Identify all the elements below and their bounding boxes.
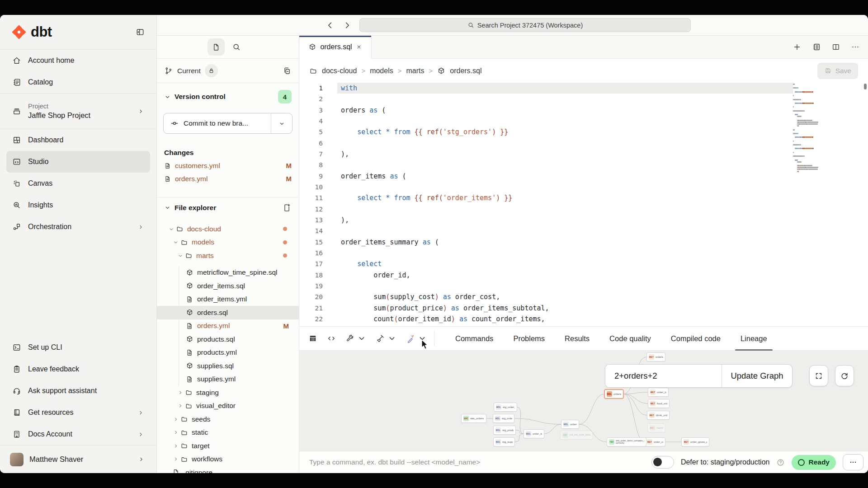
tree-item-seeds[interactable]: seeds <box>157 413 299 426</box>
changed-file-customers-yml[interactable]: customers.ymlM <box>164 159 292 172</box>
lineage-node-orders-top[interactable]: METorders <box>646 352 665 361</box>
tab-orders-sql[interactable]: orders.sql <box>299 36 372 59</box>
lineage-node-drink-orders[interactable]: METdrink_orders <box>647 411 670 420</box>
lineage-node-order-total[interactable]: METorder_total <box>648 388 669 397</box>
panel-tab-compiled-code[interactable]: Compiled code <box>664 326 728 351</box>
lineage-node-ghost-metric[interactable]: METmetric <box>647 423 665 432</box>
defer-toggle[interactable] <box>651 456 674 469</box>
lineage-node-ghost-unit-test[interactable]: TSTunit_test_order_items <box>560 431 593 440</box>
editor-scrollbar[interactable] <box>864 84 867 89</box>
lineage-node-food-orders[interactable]: METfood_orders <box>648 399 670 408</box>
sidebar-item-get-resources[interactable]: Get resources <box>6 402 150 423</box>
sidebar-item-insights[interactable]: Insights <box>6 194 150 216</box>
sidebar-item-catalog[interactable]: Catalog <box>6 71 150 93</box>
breadcrumb-segment[interactable]: models <box>370 67 393 75</box>
tree-item-supplies-yml[interactable]: supplies.yml <box>157 373 299 386</box>
panel-tab-problems[interactable]: Problems <box>506 326 552 351</box>
file-search-icon[interactable] <box>232 42 241 52</box>
command-input[interactable] <box>309 458 645 466</box>
build-wrench-icon[interactable] <box>345 334 354 343</box>
commit-dropdown-button[interactable] <box>271 113 292 133</box>
tree-item-models[interactable]: models <box>157 236 299 249</box>
copy-icon[interactable] <box>283 66 292 75</box>
refresh-button[interactable] <box>835 365 854 386</box>
new-file-icon[interactable] <box>283 203 292 212</box>
lineage-node-order-gross-profit[interactable]: METorder_gross_profit <box>681 437 709 446</box>
sidebar-item-docs-account[interactable]: Docs Account <box>6 423 150 445</box>
lineage-node-raw-orders[interactable]: SRCraw_orders <box>461 414 486 423</box>
tree-item-orders-yml[interactable]: orders.ymlM <box>157 319 299 333</box>
lineage-node-orders[interactable]: MDLorders <box>561 420 579 429</box>
code-editor[interactable]: 1234567891011121314151617181920212223 wi… <box>299 83 868 326</box>
notebook-icon[interactable] <box>812 42 821 52</box>
breadcrumb-segment[interactable]: docs-cloud <box>322 67 357 75</box>
sidebar-item-set-up-cli[interactable]: Set up CLI <box>6 337 150 358</box>
tree-item-target[interactable]: target <box>157 439 299 453</box>
sidebar-item-canvas[interactable]: Canvas <box>6 173 150 194</box>
version-control-header[interactable]: Version control 4 <box>157 83 299 110</box>
forward-icon[interactable] <box>342 20 352 30</box>
sidebar-item-leave-feedback[interactable]: Leave feedback <box>6 358 150 380</box>
sidebar-item-dashboard[interactable]: Dashboard <box>6 129 150 151</box>
save-button[interactable]: Save <box>817 63 858 79</box>
dbt-logo[interactable]: dbt <box>11 24 52 40</box>
tree-item-supplies-sql[interactable]: supplies.sql <box>157 359 299 373</box>
lineage-node-order-items[interactable]: MDLorder_items <box>524 429 544 438</box>
sidebar-item-studio[interactable]: Studio <box>6 151 150 173</box>
tree-item-docs-cloud[interactable]: docs-cloud <box>157 222 299 236</box>
lineage-node-stg-supplies[interactable]: MDLstg_supplies <box>493 437 515 446</box>
lineage-node-orders-m[interactable]: MDLorders <box>604 389 623 399</box>
ai-fix-icon[interactable] <box>406 334 415 343</box>
clean-broom-icon[interactable] <box>376 334 385 343</box>
more-actions-button[interactable] <box>843 454 863 470</box>
tree-item-orders-sql[interactable]: orders.sql <box>157 306 299 319</box>
lineage-node-stg-order-items[interactable]: MDLstg_order_items <box>494 403 517 412</box>
tree-item-metricflow-time-spine-sql[interactable]: metricflow_time_spine.sql <box>157 266 299 280</box>
search-input[interactable]: Search Project 372475 (Workspace) <box>359 18 691 32</box>
panel-tab-results[interactable]: Results <box>557 326 597 351</box>
lineage-node-test-order-items[interactable]: TSTtest_order_items_compare_to_books cor… <box>607 437 646 446</box>
compile-code-icon[interactable] <box>327 334 336 343</box>
lineage-selector-input[interactable] <box>605 365 722 387</box>
help-icon[interactable] <box>776 458 785 467</box>
sidebar-collapse-icon[interactable] <box>136 28 145 37</box>
new-tab-icon[interactable] <box>793 42 802 52</box>
sidebar-item-account-home[interactable]: Account home <box>6 50 150 71</box>
sidebar-item-orchestration[interactable]: Orchestration <box>6 216 150 238</box>
file-explorer-header[interactable]: File explorer <box>157 197 299 218</box>
panel-tab-commands[interactable]: Commands <box>448 326 500 351</box>
preview-table-icon[interactable] <box>308 334 317 343</box>
tree-item-order-items-yml[interactable]: order_items.yml <box>157 293 299 306</box>
tree-item-visual-editor[interactable]: visual_editor <box>157 399 299 413</box>
breadcrumb-segment[interactable]: orders.sql <box>450 67 481 75</box>
tree-item-gitignore[interactable]: .gitignore <box>157 466 299 473</box>
tree-item-products-sql[interactable]: products.sql <box>157 333 299 346</box>
sidebar-item-user[interactable]: Matthew Shaver <box>0 445 156 473</box>
chevron-down-icon[interactable] <box>387 334 396 343</box>
changed-file-orders-yml[interactable]: orders.ymlM <box>164 172 292 185</box>
commit-button[interactable]: Commit to new bra... <box>164 113 271 133</box>
lineage-node-stg-products[interactable]: MDLstg_products <box>493 426 516 435</box>
lineage-node-stg-orders[interactable]: MDLstg_orders <box>493 414 514 423</box>
tree-item-staging[interactable]: staging <box>157 386 299 399</box>
split-view-icon[interactable] <box>831 42 840 52</box>
panel-tab-code-quality[interactable]: Code quality <box>602 326 658 351</box>
branch-row[interactable]: Current <box>157 59 299 83</box>
fullscreen-button[interactable] <box>809 365 828 386</box>
breadcrumb-segment[interactable]: marts <box>406 67 424 75</box>
update-graph-button[interactable]: Update Graph <box>722 365 792 387</box>
chevron-down-icon[interactable] <box>418 334 427 343</box>
tree-item-workflows[interactable]: workflows <box>157 453 299 466</box>
sidebar-item-project[interactable]: Project Jaffle Shop Project <box>6 94 150 129</box>
sidebar-item-ask-support-assistant[interactable]: Ask support assistant <box>6 380 150 402</box>
panel-tab-lineage[interactable]: Lineage <box>733 326 774 351</box>
chevron-down-icon[interactable] <box>357 334 366 343</box>
tree-item-order-items-sql[interactable]: order_items.sql <box>157 279 299 293</box>
back-icon[interactable] <box>325 20 335 30</box>
lineage-node-order-cost[interactable]: METorder_cost <box>645 437 665 446</box>
minimap[interactable] <box>793 83 828 173</box>
tree-item-products-yml[interactable]: products.yml <box>157 346 299 360</box>
tree-item-static[interactable]: static <box>157 426 299 440</box>
close-icon[interactable] <box>356 44 362 50</box>
files-view-button[interactable] <box>208 38 225 56</box>
